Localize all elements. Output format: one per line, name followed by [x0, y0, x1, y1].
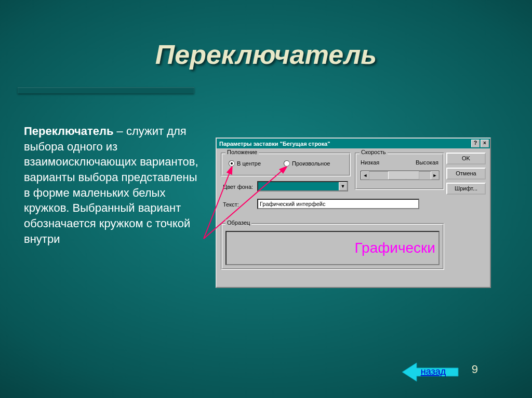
speed-high-label: Высокая	[416, 159, 438, 166]
dialog-body: Положение В центре Произвольное Скорость…	[217, 148, 490, 155]
sample-text: Графически	[355, 240, 435, 256]
slider-left-arrow-icon[interactable]: ◄	[361, 171, 369, 180]
bg-color-label: Цвет фона:	[223, 184, 253, 190]
slider-right-arrow-icon[interactable]: ►	[431, 171, 439, 180]
body-rest: – служит для выбора одного из взаимоискл…	[24, 125, 198, 245]
slider-thumb[interactable]	[388, 171, 419, 180]
bg-color-dropdown[interactable]: ▼	[257, 181, 348, 191]
bg-color-swatch	[258, 182, 339, 190]
chevron-down-icon[interactable]: ▼	[339, 182, 347, 190]
sample-group-label: Образец	[225, 219, 251, 226]
sample-preview: Графически	[225, 231, 440, 265]
speed-low-label: Низкая	[361, 159, 379, 166]
font-button[interactable]: Шрифт...	[446, 183, 486, 195]
cancel-button[interactable]: Отмена	[446, 168, 486, 180]
dialog-title: Параметры заставки "Бегущая строка"	[218, 141, 470, 147]
help-button[interactable]: ?	[471, 140, 480, 147]
title-underline	[18, 87, 194, 93]
body-term: Переключатель	[24, 125, 113, 138]
position-group-label: Положение	[225, 149, 259, 155]
radio-center-label: В центре	[237, 160, 261, 167]
button-column: OK Отмена Шрифт...	[446, 153, 486, 195]
back-arrow-button[interactable]: назад	[402, 362, 459, 382]
radio-icon	[229, 160, 235, 167]
close-button[interactable]: ×	[481, 140, 489, 147]
sample-groupbox: Образец Графически	[221, 223, 444, 270]
text-input[interactable]	[257, 199, 419, 209]
body-paragraph: Переключатель – служит для выбора одного…	[24, 123, 201, 247]
radio-icon	[284, 160, 290, 167]
radio-free-row[interactable]: Произвольное	[284, 160, 330, 167]
ok-button[interactable]: OK	[446, 153, 486, 164]
speed-groupbox: Скорость Низкая Высокая ◄ ►	[355, 153, 444, 190]
radio-free-label: Произвольное	[292, 160, 330, 167]
radio-center-row[interactable]: В центре	[229, 160, 261, 167]
slide-title: Переключатель	[0, 39, 532, 70]
text-label: Текст:	[223, 201, 239, 208]
screensaver-params-dialog: Параметры заставки "Бегущая строка" ? × …	[216, 138, 491, 288]
back-label: назад	[421, 366, 446, 377]
dialog-titlebar[interactable]: Параметры заставки "Бегущая строка" ? ×	[217, 139, 490, 148]
page-number: 9	[472, 363, 478, 376]
speed-slider[interactable]: ◄ ►	[361, 171, 440, 180]
speed-group-label: Скорость	[360, 149, 388, 155]
position-groupbox: Положение В центре Произвольное	[221, 153, 351, 176]
